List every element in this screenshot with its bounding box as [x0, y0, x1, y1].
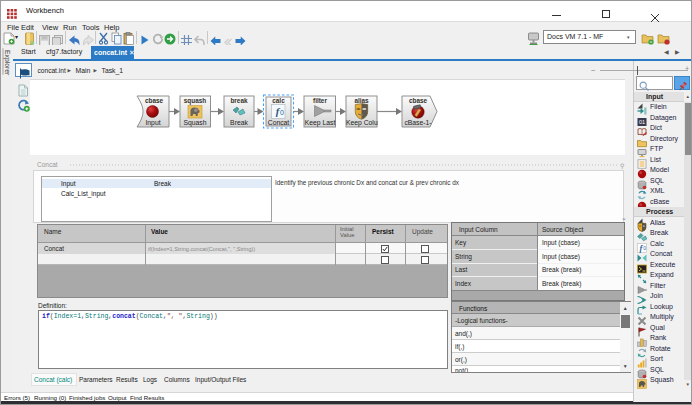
- svg-text:0: 0: [280, 109, 284, 116]
- svg-text:cbase: cbase: [145, 97, 164, 104]
- svg-text:cBase-1-: cBase-1-: [404, 119, 431, 126]
- svg-text:Keep Last: Keep Last: [305, 119, 336, 127]
- svg-text:break: break: [230, 97, 247, 104]
- svg-text:Break: Break: [230, 119, 248, 126]
- svg-text:Concat: Concat: [268, 119, 290, 126]
- svg-text:filter: filter: [313, 97, 327, 104]
- svg-text:Squash: Squash: [183, 119, 206, 127]
- svg-text:Keep Colu: Keep Colu: [346, 119, 378, 127]
- svg-text:cbase: cbase: [409, 97, 428, 104]
- svg-text:squash: squash: [184, 97, 206, 105]
- svg-text:alias: alias: [354, 97, 369, 104]
- svg-text:calc: calc: [272, 97, 285, 104]
- svg-text:Input: Input: [145, 119, 160, 127]
